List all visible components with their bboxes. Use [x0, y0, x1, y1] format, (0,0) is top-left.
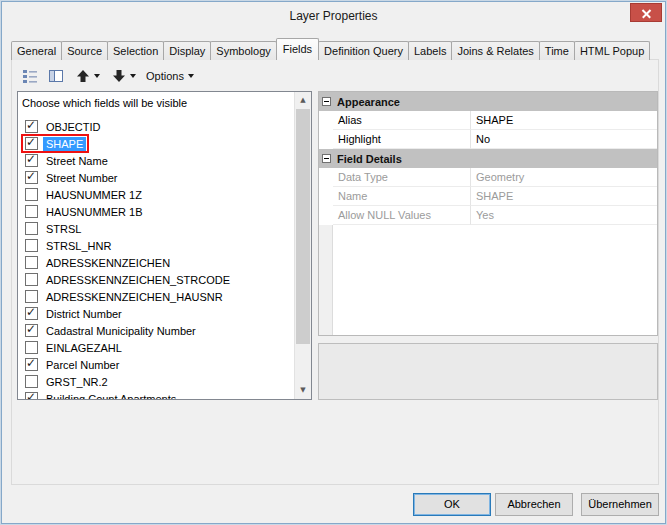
field-label: GRST_NR.2	[43, 375, 111, 389]
field-list-scrollbar[interactable]: ▲ ▼	[294, 92, 311, 399]
field-item-strsl-hnr[interactable]: STRSL_HNR	[18, 237, 294, 254]
field-item-street-name[interactable]: Street Name	[18, 152, 294, 169]
field-panel-icon	[48, 68, 64, 84]
field-label: District Number	[43, 307, 125, 321]
field-item-hausnummer-1z[interactable]: HAUSNUMMER 1Z	[18, 186, 294, 203]
grid-section-field-details[interactable]: Field Details	[319, 149, 657, 168]
tab-general[interactable]: General	[11, 41, 62, 60]
field-checkbox[interactable]	[25, 375, 38, 388]
field-checkbox[interactable]	[25, 239, 38, 252]
tab-definition-query[interactable]: Definition Query	[318, 41, 409, 60]
field-checkbox[interactable]	[25, 171, 38, 184]
field-label: ADRESSKENNZEICHEN_STRCODE	[43, 273, 233, 287]
cancel-button[interactable]: Abbrechen	[495, 493, 573, 516]
field-panel-toggle-button[interactable]	[44, 65, 68, 87]
move-down-icon	[112, 69, 126, 83]
field-checkbox[interactable]	[25, 137, 38, 150]
field-label: Parcel Number	[43, 358, 122, 372]
field-description-box	[318, 343, 658, 400]
chevron-down-icon	[94, 74, 100, 78]
field-checkbox[interactable]	[25, 290, 38, 303]
field-item-cadastral-municipality-number[interactable]: Cadastral Municipality Number	[18, 322, 294, 339]
chevron-down-icon	[130, 74, 136, 78]
field-checkbox[interactable]	[25, 256, 38, 269]
collapse-icon[interactable]	[322, 154, 331, 163]
field-item-objectid[interactable]: OBJECTID	[18, 118, 294, 135]
close-button[interactable]	[630, 3, 662, 22]
section-header-label: Field Details	[333, 149, 657, 168]
tab-joins-relates[interactable]: Joins & Relates	[451, 41, 539, 60]
field-checkbox[interactable]	[25, 324, 38, 337]
field-item-adresskennzeichen-strcode[interactable]: ADRESSKENNZEICHEN_STRCODE	[18, 271, 294, 288]
row-gutter	[319, 168, 333, 187]
grid-row-alias[interactable]: AliasSHAPE	[319, 111, 657, 130]
field-item-adresskennzeichen-hausnr[interactable]: ADRESSKENNZEICHEN_HAUSNR	[18, 288, 294, 305]
title-bar[interactable]: Layer Properties	[2, 2, 665, 32]
property-name: Allow NULL Values	[333, 206, 471, 225]
apply-button[interactable]: Übernehmen	[581, 493, 659, 516]
grid-section-appearance[interactable]: Appearance	[319, 92, 657, 111]
property-name: Alias	[333, 111, 471, 130]
fields-toolbar: Options	[18, 64, 198, 88]
field-item-building-count-apartments[interactable]: Building Count Apartments	[18, 390, 294, 399]
tab-display[interactable]: Display	[163, 41, 211, 60]
tab-time[interactable]: Time	[539, 41, 575, 60]
row-gutter	[319, 187, 333, 206]
field-item-parcel-number[interactable]: Parcel Number	[18, 356, 294, 373]
ok-button[interactable]: OK	[413, 493, 491, 516]
move-field-up-button[interactable]	[72, 65, 104, 87]
field-item-adresskennzeichen[interactable]: ADRESSKENNZEICHEN	[18, 254, 294, 271]
collapse-icon[interactable]	[322, 97, 331, 106]
field-item-street-number[interactable]: Street Number	[18, 169, 294, 186]
field-checkbox[interactable]	[25, 341, 38, 354]
show-field-names-button[interactable]	[18, 65, 42, 87]
property-value[interactable]: SHAPE	[471, 111, 657, 130]
field-checkbox[interactable]	[25, 222, 38, 235]
property-value[interactable]: No	[471, 130, 657, 149]
tab-html-popup[interactable]: HTML Popup	[574, 41, 650, 60]
field-item-einlagezahl[interactable]: EINLAGEZAHL	[18, 339, 294, 356]
field-checkbox[interactable]	[25, 120, 38, 133]
field-item-grst-nr-2[interactable]: GRST_NR.2	[18, 373, 294, 390]
field-label: Street Name	[43, 154, 111, 168]
tab-fields[interactable]: Fields	[276, 38, 319, 60]
move-field-down-button[interactable]	[108, 65, 140, 87]
scrollbar-thumb[interactable]	[296, 109, 310, 344]
tab-source[interactable]: Source	[61, 41, 108, 60]
grid-row-allow-null-values: Allow NULL ValuesYes	[319, 206, 657, 225]
property-name: Data Type	[333, 168, 471, 187]
field-item-district-number[interactable]: District Number	[18, 305, 294, 322]
field-label: OBJECTID	[43, 120, 103, 134]
field-item-shape[interactable]: SHAPE	[18, 135, 294, 152]
scroll-up-icon[interactable]: ▲	[295, 92, 311, 109]
window-title: Layer Properties	[2, 2, 665, 30]
field-checkbox[interactable]	[25, 205, 38, 218]
field-checkbox[interactable]	[25, 154, 38, 167]
field-checkbox[interactable]	[25, 307, 38, 320]
grid-row-data-type: Data TypeGeometry	[319, 168, 657, 187]
field-checkbox[interactable]	[25, 358, 38, 371]
field-properties-grid: AppearanceAliasSHAPEHighlightNoField Det…	[318, 91, 658, 336]
property-name: Highlight	[333, 130, 471, 149]
fields-tab-page: Options Choose which fields will be visi…	[11, 59, 659, 485]
field-label: Building Count Apartments	[43, 392, 179, 400]
grid-row-highlight[interactable]: HighlightNo	[319, 130, 657, 149]
field-label: SHAPE	[43, 137, 86, 151]
close-icon	[641, 8, 652, 19]
field-list-icon	[22, 68, 38, 84]
tab-symbology[interactable]: Symbology	[210, 41, 276, 60]
tab-labels[interactable]: Labels	[408, 41, 452, 60]
field-item-strsl[interactable]: STRSL	[18, 220, 294, 237]
field-label: ADRESSKENNZEICHEN	[43, 256, 173, 270]
row-gutter	[319, 130, 333, 149]
scroll-down-icon[interactable]: ▼	[295, 382, 311, 399]
options-button[interactable]: Options	[142, 65, 198, 87]
field-list: Choose which fields will be visible OBJE…	[17, 91, 312, 400]
property-value: Yes	[471, 206, 657, 225]
tab-selection[interactable]: Selection	[107, 41, 164, 60]
field-item-hausnummer-1b[interactable]: HAUSNUMMER 1B	[18, 203, 294, 220]
field-checkbox[interactable]	[25, 273, 38, 286]
field-checkbox[interactable]	[25, 392, 38, 399]
section-header-label: Appearance	[333, 92, 657, 111]
field-checkbox[interactable]	[25, 188, 38, 201]
